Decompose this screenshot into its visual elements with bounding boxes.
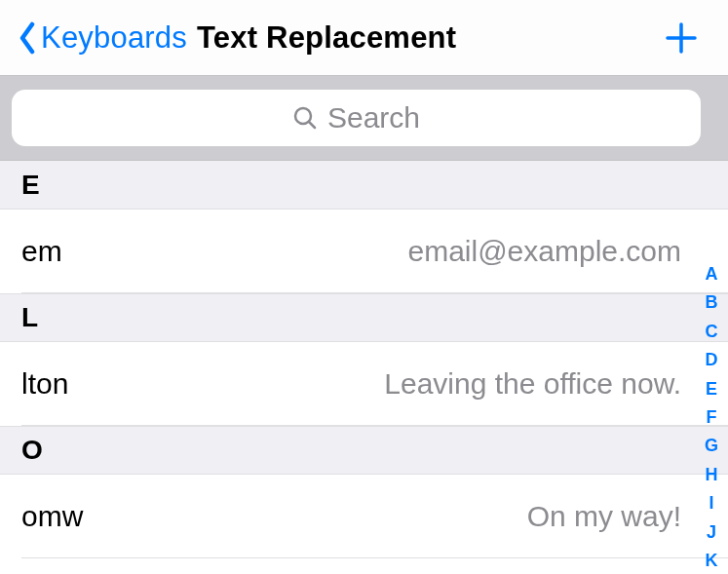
plus-icon <box>664 20 699 56</box>
search-icon <box>292 105 318 131</box>
index-letter[interactable]: F <box>707 406 717 429</box>
shortcut-text: lton <box>21 367 68 401</box>
table-row[interactable]: omw On my way! <box>0 475 728 558</box>
navigation-bar: Keyboards Text Replacement <box>0 0 728 76</box>
section-header: E <box>0 161 728 210</box>
section-header: L <box>0 293 728 342</box>
index-letter[interactable]: C <box>706 321 718 343</box>
replacement-list: E em email@example.com L lton Leaving th… <box>0 161 728 558</box>
index-letter[interactable]: A <box>706 263 718 286</box>
index-letter[interactable]: K <box>706 550 718 572</box>
table-row[interactable]: lton Leaving the office now. <box>0 342 728 426</box>
shortcut-text: em <box>21 235 62 268</box>
back-button[interactable]: Keyboards <box>18 20 187 56</box>
index-letter[interactable]: H <box>706 464 718 486</box>
index-letter[interactable]: G <box>705 435 718 457</box>
page-title: Text Replacement <box>197 20 456 56</box>
section-header: O <box>0 426 728 475</box>
search-input[interactable]: Search <box>12 90 701 146</box>
alpha-index[interactable]: A B C D E F G H I J K L <box>699 263 724 574</box>
svg-line-3 <box>309 122 315 128</box>
phrase-text: On my way! <box>527 500 681 533</box>
phrase-text: email@example.com <box>407 235 681 268</box>
search-placeholder: Search <box>327 101 420 134</box>
index-letter[interactable]: D <box>706 349 718 371</box>
search-container: Search <box>0 76 728 161</box>
index-letter[interactable]: E <box>706 378 717 401</box>
index-letter[interactable]: I <box>709 492 713 515</box>
table-row[interactable]: em email@example.com <box>0 210 728 293</box>
shortcut-text: omw <box>21 500 83 533</box>
index-letter[interactable]: J <box>707 521 716 544</box>
add-button[interactable] <box>660 17 703 59</box>
phrase-text: Leaving the office now. <box>384 367 681 401</box>
index-letter[interactable]: B <box>706 291 718 314</box>
chevron-left-icon <box>18 21 37 55</box>
back-label: Keyboards <box>41 20 187 56</box>
